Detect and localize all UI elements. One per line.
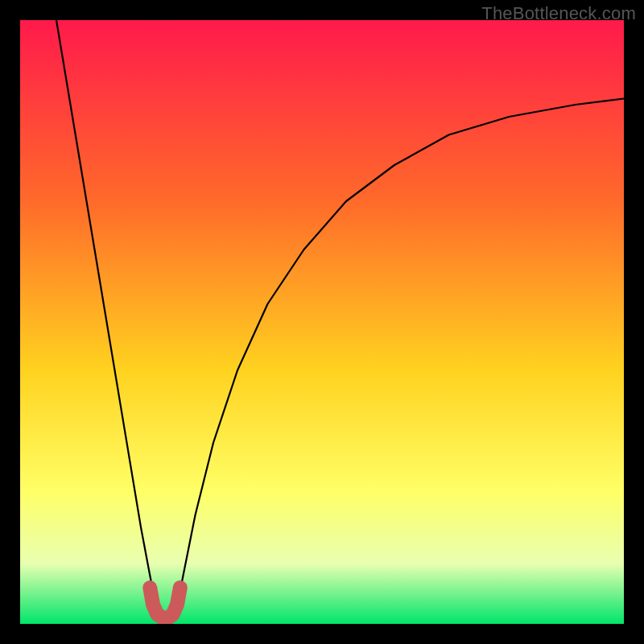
chart-svg — [20, 20, 624, 624]
plot-area — [20, 20, 624, 624]
watermark-text: TheBottleneck.com — [481, 3, 636, 24]
chart-frame: TheBottleneck.com — [0, 0, 644, 644]
gradient-background — [20, 20, 624, 624]
